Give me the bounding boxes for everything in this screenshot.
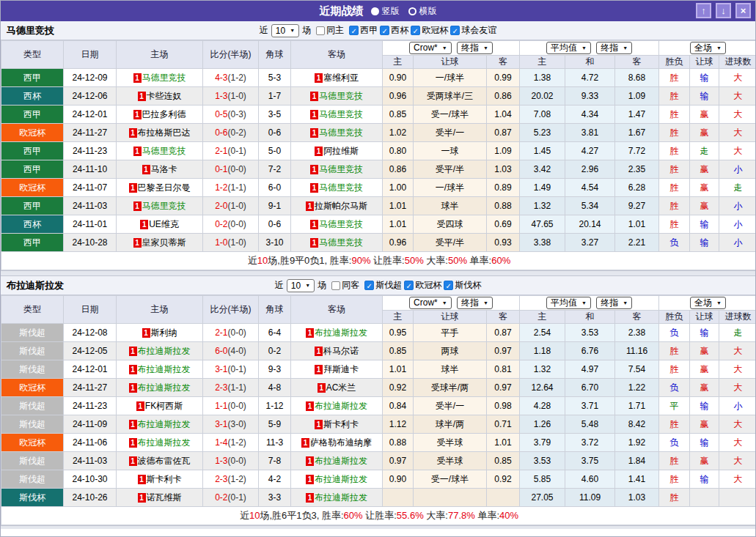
league-filter-欧冠杯[interactable]: ✓欧冠杯 [404, 279, 441, 292]
match-row[interactable]: 西杯 24-11-01 1UE维克 0-2(0-0) 0-6 1马德里竞技 1.… [1, 215, 756, 234]
league-filter-西杯[interactable]: ✓西杯 [380, 24, 408, 37]
match-count-select[interactable]: 10 ▼ [271, 24, 299, 37]
away-team[interactable]: 1马德里竞技 [291, 105, 383, 124]
checkbox-checked-icon[interactable]: ✓ [450, 26, 460, 35]
home-team[interactable]: 1诺瓦维斯 [117, 489, 203, 507]
checkbox-checked-icon[interactable]: ✓ [444, 281, 453, 290]
match-row[interactable]: 斯伐超 24-11-23 1FK柯西斯 1-1(0-0) 1-12 1布拉迪斯拉… [1, 397, 756, 415]
match-row[interactable]: 欧冠杯 24-11-06 1布拉迪斯拉发 1-4(1-2) 11-3 1萨格勒布… [1, 434, 756, 452]
match-row[interactable]: 欧冠杯 24-11-27 1布拉迪斯拉发 2-3(1-1) 4-8 1AC米兰 … [1, 379, 756, 397]
checkbox-checked-icon[interactable]: ✓ [380, 26, 389, 35]
away-team[interactable]: 1布拉迪斯拉发 [291, 489, 383, 507]
away-team[interactable]: 1布拉迪斯拉发 [291, 397, 383, 415]
close-button[interactable]: × [735, 3, 751, 18]
radio-unselected-icon[interactable] [408, 7, 416, 15]
away-team[interactable]: 1拉斯帕尔马斯 [291, 197, 383, 215]
checkbox-checked-icon[interactable]: ✓ [404, 281, 414, 290]
checkbox-checked-icon[interactable]: ✓ [349, 26, 359, 35]
match-row[interactable]: 斯伐超 24-12-05 1布拉迪斯拉发 6-0(4-0) 0-2 1科马尔诺 … [1, 342, 756, 360]
home-team[interactable]: 1斯卡利卡 [117, 470, 203, 489]
home-team[interactable]: 1FK柯西斯 [117, 397, 203, 415]
away-team[interactable]: 1马德里竞技 [291, 160, 383, 179]
odds-source-select[interactable]: Crow*▼ [409, 42, 452, 54]
match-row[interactable]: 西甲 24-12-09 1马德里竞技 4-3(1-2) 5-3 1塞维利亚 0.… [1, 69, 756, 87]
match-row[interactable]: 西甲 24-11-23 1马德里竞技 2-1(0-1) 5-0 1阿拉维斯 0.… [1, 142, 756, 160]
home-team[interactable]: 1布拉迪斯拉发 [117, 360, 203, 379]
home-team[interactable]: 1马德里竞技 [117, 197, 203, 215]
match-row[interactable]: 斯伐超 24-10-30 1斯卡利卡 2-3(1-2) 4-2 1布拉迪斯拉发 … [1, 470, 756, 489]
scope-select[interactable]: 全场▼ [690, 297, 726, 309]
away-team[interactable]: 1马德里竞技 [291, 124, 383, 142]
league-badge: 斯伐超 [1, 397, 64, 415]
match-row[interactable]: 欧冠杯 24-11-27 1布拉格斯巴达 0-6(0-2) 0-6 1马德里竞技… [1, 124, 756, 142]
match-row[interactable]: 西杯 24-12-06 1卡些连奴 1-3(1-0) 1-7 1马德里竞技 0.… [1, 87, 756, 105]
away-team[interactable]: 1马德里竞技 [291, 87, 383, 105]
home-team[interactable]: 1巴黎圣日尔曼 [117, 179, 203, 197]
home-team[interactable]: 1UE维克 [117, 215, 203, 234]
match-row[interactable]: 斯伐杯 24-10-26 1诺瓦维斯 0-2(0-1) 3-3 1布拉迪斯拉发 … [1, 489, 756, 507]
match-row[interactable]: 欧冠杯 24-11-07 1巴黎圣日尔曼 1-2(1-1) 6-0 1马德里竞技… [1, 179, 756, 197]
match-row[interactable]: 西甲 24-12-01 1巴拉多利德 0-5(0-3) 3-5 1马德里竞技 0… [1, 105, 756, 124]
home-team[interactable]: 1波德布雷佐瓦 [117, 452, 203, 470]
scope-select[interactable]: 全场▼ [690, 42, 726, 54]
away-team[interactable]: 1马德里竞技 [291, 179, 383, 197]
away-team[interactable]: 1布拉迪斯拉发 [291, 324, 383, 342]
home-team[interactable]: 1巴拉多利德 [117, 105, 203, 124]
league-filter-斯伐杯[interactable]: ✓斯伐杯 [444, 279, 481, 292]
away-team[interactable]: 1科马尔诺 [291, 342, 383, 360]
home-team[interactable]: 1皇家贝蒂斯 [117, 234, 203, 252]
radio-horizontal-layout[interactable]: 横版 [408, 5, 437, 18]
odds-dropdowns-cell: Crow*▼ 终指▼ [383, 41, 520, 56]
odds-time-select[interactable]: 终指▼ [457, 42, 493, 54]
home-team[interactable]: 1马德里竞技 [117, 69, 203, 87]
away-team[interactable]: 1斯卡利卡 [291, 415, 383, 434]
checkbox-unchecked-icon[interactable] [331, 281, 340, 290]
away-team[interactable]: 1塞维利亚 [291, 69, 383, 87]
league-filter-球会友谊[interactable]: ✓球会友谊 [450, 24, 496, 37]
home-team[interactable]: 1卡些连奴 [117, 87, 203, 105]
away-team[interactable]: 1马德里竞技 [291, 234, 383, 252]
radio-selected-icon[interactable] [371, 7, 379, 15]
home-team[interactable]: 1布拉迪斯拉发 [117, 434, 203, 452]
checkbox-checked-icon[interactable]: ✓ [411, 26, 420, 35]
same-venue-filter[interactable]: 同客 [331, 279, 359, 292]
league-filter-西甲[interactable]: ✓西甲 [349, 24, 378, 37]
match-row[interactable]: 斯伐超 24-11-03 1波德布雷佐瓦 1-3(0-0) 7-8 1布拉迪斯拉… [1, 452, 756, 470]
away-team[interactable]: 1拜斯迪卡 [291, 360, 383, 379]
home-team[interactable]: 1布拉迪斯拉发 [117, 379, 203, 397]
avg-source-select[interactable]: 平均值▼ [546, 297, 591, 309]
match-count-select[interactable]: 10 ▼ [287, 279, 315, 292]
away-team[interactable]: 1AC米兰 [291, 379, 383, 397]
match-row[interactable]: 斯伐超 24-12-01 1布拉迪斯拉发 3-1(0-1) 9-3 1拜斯迪卡 … [1, 360, 756, 379]
checkbox-checked-icon[interactable]: ✓ [364, 281, 374, 290]
match-row[interactable]: 斯伐超 24-12-08 1斯利纳 2-1(0-0) 6-4 1布拉迪斯拉发 0… [1, 324, 756, 342]
away-team[interactable]: 1布拉迪斯拉发 [291, 470, 383, 489]
scroll-up-button[interactable]: ↑ [696, 3, 711, 18]
home-team[interactable]: 1布拉迪斯拉发 [117, 415, 203, 434]
fulltime-score: 1-2 [215, 182, 227, 193]
scroll-down-button[interactable]: ↓ [716, 3, 731, 18]
match-row[interactable]: 西甲 24-11-10 1马洛卡 0-1(0-0) 7-2 1马德里竞技 0.8… [1, 160, 756, 179]
home-team[interactable]: 1马德里竞技 [117, 142, 203, 160]
checkbox-unchecked-icon[interactable] [316, 26, 325, 35]
avg-time-select[interactable]: 终指▼ [596, 297, 632, 309]
match-row[interactable]: 西甲 24-11-03 1马德里竞技 2-0(1-0) 9-1 1拉斯帕尔马斯 … [1, 197, 756, 215]
avg-source-select[interactable]: 平均值▼ [546, 42, 591, 54]
odds-source-select[interactable]: Crow*▼ [409, 297, 452, 309]
match-row[interactable]: 西甲 24-10-28 1皇家贝蒂斯 1-0(1-0) 3-10 1马德里竞技 … [1, 234, 756, 252]
away-team[interactable]: 1阿拉维斯 [291, 142, 383, 160]
radio-vertical-layout[interactable]: 竖版 [371, 5, 400, 18]
same-venue-filter[interactable]: 同主 [316, 24, 344, 37]
home-team[interactable]: 1斯利纳 [117, 324, 203, 342]
avg-time-select[interactable]: 终指▼ [596, 42, 632, 54]
match-row[interactable]: 斯伐超 24-11-09 1布拉迪斯拉发 3-1(3-0) 5-9 1斯卡利卡 … [1, 415, 756, 434]
league-filter-斯伐超[interactable]: ✓斯伐超 [364, 279, 402, 292]
league-filter-欧冠杯[interactable]: ✓欧冠杯 [411, 24, 448, 37]
home-team[interactable]: 1布拉格斯巴达 [117, 124, 203, 142]
away-team[interactable]: 1布拉迪斯拉发 [291, 452, 383, 470]
odds-time-select[interactable]: 终指▼ [457, 297, 493, 309]
home-team[interactable]: 1马洛卡 [117, 160, 203, 179]
away-team[interactable]: 1萨格勒布迪纳摩 [291, 434, 383, 452]
home-team[interactable]: 1布拉迪斯拉发 [117, 342, 203, 360]
away-team[interactable]: 1马德里竞技 [291, 215, 383, 234]
